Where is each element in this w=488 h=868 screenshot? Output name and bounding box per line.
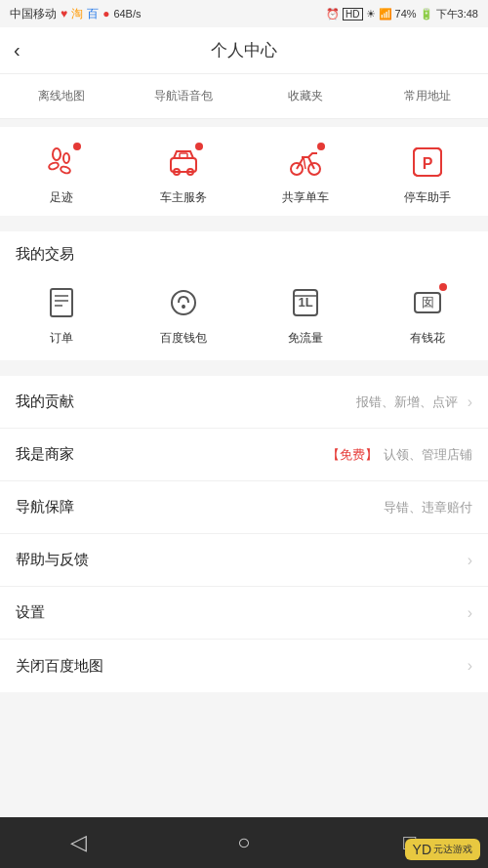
close-map-chevron: › xyxy=(468,657,472,675)
help-feedback-right: › xyxy=(464,552,472,569)
settings-item[interactable]: 设置 › xyxy=(0,587,488,640)
parking-icon-wrap: P xyxy=(406,141,449,184)
quick-nav: 离线地图 导航语音包 收藏夹 常用地址 xyxy=(0,74,488,119)
flow-icon: 1L xyxy=(288,285,323,320)
money-service[interactable]: 囡 有钱花 xyxy=(388,281,467,347)
home-nav-button[interactable]: ○ xyxy=(224,823,264,862)
heart-icon: ♥ xyxy=(61,7,67,21)
settings-right: › xyxy=(464,604,472,622)
help-feedback-label: 帮助与反馈 xyxy=(16,551,89,569)
money-icon: 囡 xyxy=(410,285,445,320)
alarm-icon: ⏰ xyxy=(326,8,340,21)
brand-logo-icon: YD xyxy=(413,842,431,857)
order-icon-wrap xyxy=(40,281,83,324)
close-map-item[interactable]: 关闭百度地图 › xyxy=(0,640,488,692)
close-map-right: › xyxy=(464,657,472,675)
navigation-guarantee-label: 导航保障 xyxy=(16,498,74,517)
car-service[interactable]: 车主服务 xyxy=(144,141,223,206)
wallet-service[interactable]: 百度钱包 xyxy=(144,281,223,347)
divider-2 xyxy=(0,368,488,376)
bike-service[interactable]: 共享单车 xyxy=(266,141,345,206)
money-label: 有钱花 xyxy=(410,330,445,347)
carrier-label: 中国移动 xyxy=(10,6,57,22)
wallet-label: 百度钱包 xyxy=(160,330,207,347)
footprint-label: 足迹 xyxy=(50,189,73,206)
footprint-icon xyxy=(44,145,79,180)
quick-nav-favorites[interactable]: 收藏夹 xyxy=(244,84,366,108)
brand-watermark: YD 元达游戏 xyxy=(405,839,480,860)
footprint-icon-wrap xyxy=(40,141,83,184)
back-nav-button[interactable]: ◁ xyxy=(59,823,98,862)
quick-nav-common-address[interactable]: 常用地址 xyxy=(366,84,488,108)
navigation-guarantee-right-text: 导错、违章赔付 xyxy=(384,499,472,517)
navigation-guarantee-item[interactable]: 导航保障 导错、违章赔付 xyxy=(0,481,488,534)
brand-name: 元达游戏 xyxy=(433,843,472,856)
svg-point-0 xyxy=(53,148,61,160)
svg-point-2 xyxy=(48,161,59,170)
money-icon-wrap: 囡 xyxy=(406,281,449,324)
common-address-label: 常用地址 xyxy=(404,88,451,104)
back-button[interactable]: ‹ xyxy=(14,39,20,62)
time-label: 下午3:48 xyxy=(436,7,478,21)
merchant-right: 【免费】 认领、管理店铺 xyxy=(327,446,472,464)
transaction-section-title: 我的交易 xyxy=(0,231,488,273)
svg-rect-7 xyxy=(180,153,187,158)
wallet-icon-wrap xyxy=(162,281,205,324)
bike-red-dot xyxy=(317,143,325,150)
close-map-label: 关闭百度地图 xyxy=(16,657,103,676)
merchant-item[interactable]: 我是商家 【免费】 认领、管理店铺 xyxy=(0,429,488,481)
wallet-icon xyxy=(166,285,201,320)
favorites-label: 收藏夹 xyxy=(288,88,323,104)
app-icon-3: ● xyxy=(102,7,109,21)
transaction-icons: 订单 百度钱包 1L 免流量 囡 xyxy=(0,273,488,368)
divider-1 xyxy=(0,216,488,224)
contribution-label: 我的贡献 xyxy=(16,393,74,411)
merchant-right-text: 认领、管理店铺 xyxy=(384,446,472,464)
parking-service[interactable]: P 停车助手 xyxy=(388,141,467,206)
parking-service-label: 停车助手 xyxy=(404,189,451,206)
wifi-icon: 📶 xyxy=(379,8,392,21)
parking-icon: P xyxy=(410,145,445,180)
car-icon xyxy=(166,145,201,180)
app-icon-2: 百 xyxy=(87,6,99,22)
order-label: 订单 xyxy=(50,330,73,347)
footprint-service[interactable]: 足迹 xyxy=(22,141,101,206)
svg-text:1L: 1L xyxy=(298,295,312,310)
status-bar: 中国移动 ♥ 淘 百 ● 64B/s ⏰ HD ☀ 📶 74% 🔋 下午3:48 xyxy=(0,0,488,27)
merchant-label: 我是商家 xyxy=(16,445,74,464)
car-service-label: 车主服务 xyxy=(160,189,207,206)
navigation-guarantee-right: 导错、违章赔付 xyxy=(384,499,472,517)
order-icon xyxy=(44,285,79,320)
flow-icon-wrap: 1L xyxy=(284,281,327,324)
voice-pack-label: 导航语音包 xyxy=(154,88,213,104)
quick-nav-offline-map[interactable]: 离线地图 xyxy=(0,84,122,108)
settings-label: 设置 xyxy=(16,603,45,622)
settings-chevron: › xyxy=(468,604,472,622)
help-feedback-item[interactable]: 帮助与反馈 › xyxy=(0,534,488,587)
speed-label: 64B/s xyxy=(113,8,141,20)
status-left: 中国移动 ♥ 淘 百 ● 64B/s xyxy=(10,6,142,22)
help-feedback-chevron: › xyxy=(468,552,472,569)
quick-nav-voice-pack[interactable]: 导航语音包 xyxy=(122,84,244,108)
bike-icon xyxy=(288,145,323,180)
flow-label: 免流量 xyxy=(288,330,323,347)
battery-label: 74% xyxy=(395,8,417,20)
bike-icon-wrap xyxy=(284,141,327,184)
page-header: ‹ 个人中心 xyxy=(0,27,488,74)
svg-point-17 xyxy=(172,291,195,314)
contribution-item[interactable]: 我的贡献 报错、新增、点评 › xyxy=(0,376,488,429)
page-title: 个人中心 xyxy=(211,39,277,62)
svg-rect-13 xyxy=(51,289,72,316)
svg-text:囡: 囡 xyxy=(421,295,433,310)
list-section: 我的贡献 报错、新增、点评 › 我是商家 【免费】 认领、管理店铺 导航保障 导… xyxy=(0,376,488,692)
bike-service-label: 共享单车 xyxy=(282,189,329,206)
svg-point-3 xyxy=(60,165,70,174)
app-icon-1: 淘 xyxy=(71,6,83,22)
order-service[interactable]: 订单 xyxy=(22,281,101,347)
money-red-dot xyxy=(439,283,447,291)
footprint-red-dot xyxy=(73,143,81,150)
hd-icon: HD xyxy=(343,8,362,21)
flow-service[interactable]: 1L 免流量 xyxy=(266,281,345,347)
offline-map-label: 离线地图 xyxy=(38,88,85,104)
contribution-chevron: › xyxy=(468,393,472,411)
